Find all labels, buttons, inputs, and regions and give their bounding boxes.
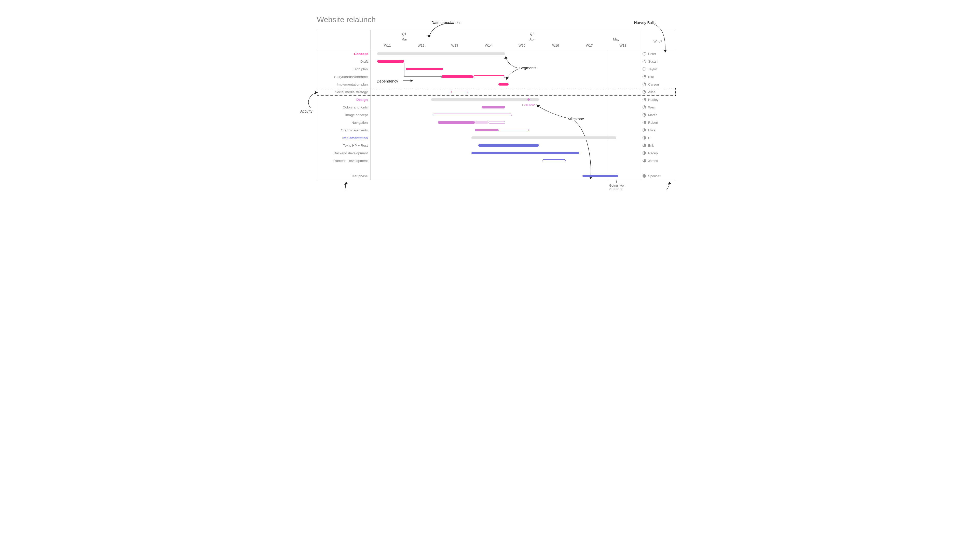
week-label: W12 <box>404 43 438 49</box>
week-label: W13 <box>438 43 471 49</box>
gantt-row-nav[interactable]: NavigationRobert <box>317 119 676 126</box>
week-label: W14 <box>471 43 505 49</box>
month-label: Apr <box>530 37 535 41</box>
chart-frame: Date granularities Harvey Balls Segments… <box>317 30 676 180</box>
harvey-ball-icon <box>643 98 646 101</box>
task-bar[interactable] <box>433 113 512 116</box>
task-bar[interactable] <box>475 121 488 124</box>
gantt-row-colors[interactable]: Colors and fontsWes <box>317 103 676 111</box>
activity-label: Tech plan <box>353 67 370 71</box>
gantt-row-design[interactable]: DesignEvaluationHadley <box>317 96 676 103</box>
activity-label: Storyboard/Wireframe <box>334 75 370 79</box>
gantt-row-frontend[interactable]: Frontend DevelopmentJames <box>317 157 676 164</box>
activity-label: Backend development <box>334 151 370 155</box>
summary-bar[interactable] <box>431 98 539 101</box>
harvey-ball-icon <box>643 121 646 124</box>
activity-label: Concept <box>354 52 370 56</box>
responsible-name: James <box>648 159 658 163</box>
task-bar[interactable] <box>482 106 505 108</box>
timeline-cell <box>371 126 640 134</box>
activity-label: Graphic elements <box>341 128 370 132</box>
timeline-cell <box>371 157 640 164</box>
task-bar[interactable] <box>498 129 529 131</box>
harvey-ball-icon <box>643 90 646 94</box>
gantt-row-impl[interactable]: ImplementationP <box>317 134 676 142</box>
timeline-cell <box>371 111 640 119</box>
timeline-cell <box>371 164 640 172</box>
activity-label: Implementation plan <box>337 83 370 86</box>
gantt-row-social[interactable]: Social media strategyAlice <box>317 88 676 96</box>
page: Website relaunch Date granularities Harv… <box>304 15 676 180</box>
gantt-row-backend[interactable]: Backend developmentRecep <box>317 149 676 157</box>
chart-title: Website relaunch <box>317 15 676 24</box>
week-label: W16 <box>539 43 573 49</box>
harvey-ball-icon <box>643 67 646 71</box>
task-bar[interactable] <box>473 75 505 78</box>
who-cell: Alice <box>640 90 676 94</box>
gantt-row-draft[interactable]: DraftSusan <box>317 57 676 65</box>
week-label: W15 <box>505 43 539 49</box>
harvey-ball-icon <box>643 136 646 140</box>
gantt-chart: Q1Q2 MarAprMay W11W12W13W14W15W16W17W18 … <box>317 30 676 180</box>
gantt-row-spacer[interactable] <box>317 164 676 172</box>
gantt-row-test[interactable]: Test phaseSpencer <box>317 172 676 180</box>
who-cell: Carson <box>640 83 676 86</box>
summary-bar[interactable] <box>377 52 505 55</box>
task-bar[interactable] <box>498 83 509 86</box>
activity-label: Frontend Development <box>333 159 370 163</box>
milestone-going-live: Going live 2019-05-01 <box>609 181 624 190</box>
gantt-row-implplan[interactable]: Implementation planCarson <box>317 80 676 88</box>
responsible-name: Susan <box>648 60 657 64</box>
gantt-row-graphic[interactable]: Graphic elementsElisa <box>317 126 676 134</box>
timeline-cell <box>371 103 640 111</box>
quarter-label: Q1 <box>402 32 406 36</box>
activity-label: Social media strategy <box>335 90 370 94</box>
month-label: Mar <box>401 37 407 41</box>
who-cell: Elisa <box>640 128 676 132</box>
responsible-name: Wes <box>648 105 655 109</box>
timeline-cell <box>371 119 640 126</box>
task-bar[interactable] <box>475 129 498 131</box>
gantt-row-imgconcept[interactable]: Image conceptMartin <box>317 111 676 119</box>
who-cell: Martin <box>640 113 676 117</box>
task-bar[interactable] <box>488 121 505 124</box>
task-bar[interactable] <box>471 152 579 154</box>
who-cell: Taylor <box>640 67 676 71</box>
who-cell: Spencer <box>640 174 676 178</box>
gantt-row-storyboard[interactable]: Storyboard/WireframeNiki <box>317 73 676 80</box>
harvey-ball-icon <box>643 105 646 109</box>
month-label: May <box>613 37 619 41</box>
timeline-cell <box>371 80 640 88</box>
timeline-cell: Evaluation <box>371 96 640 103</box>
timeline-cell <box>371 149 640 157</box>
header-who: Who? <box>640 30 676 50</box>
harvey-ball-icon <box>643 52 646 56</box>
task-bar[interactable] <box>478 144 539 147</box>
harvey-ball-icon <box>643 151 646 155</box>
task-bar[interactable] <box>441 75 473 78</box>
harvey-ball-icon <box>643 75 646 78</box>
task-bar[interactable] <box>377 60 404 63</box>
harvey-ball-icon <box>643 83 646 86</box>
activity-label: Implementation <box>342 136 370 140</box>
annotation-harvey-balls: Harvey Balls <box>634 21 655 25</box>
svg-marker-9 <box>668 182 671 185</box>
harvey-ball-icon <box>643 174 646 178</box>
gantt-row-concept[interactable]: ConceptPeter <box>317 50 676 57</box>
gantt-row-texts[interactable]: Texts HP + RestErik <box>317 142 676 149</box>
task-bar[interactable] <box>542 159 566 162</box>
summary-bar[interactable] <box>471 137 616 139</box>
activity-label: Design <box>356 98 370 102</box>
golive-date: 2019-05-01 <box>609 188 624 190</box>
task-bar[interactable] <box>451 91 468 93</box>
task-bar[interactable] <box>438 121 475 124</box>
week-label: W17 <box>573 43 606 49</box>
responsible-name: P <box>648 136 651 140</box>
who-cell: Robert <box>640 121 676 124</box>
task-bar[interactable] <box>582 175 618 177</box>
who-cell: Hadley <box>640 98 676 102</box>
quarter-label: Q2 <box>530 32 534 36</box>
dependency-line <box>404 63 441 76</box>
responsible-name: Robert <box>648 121 658 124</box>
gantt-row-techplan[interactable]: Tech planTaylor <box>317 65 676 73</box>
